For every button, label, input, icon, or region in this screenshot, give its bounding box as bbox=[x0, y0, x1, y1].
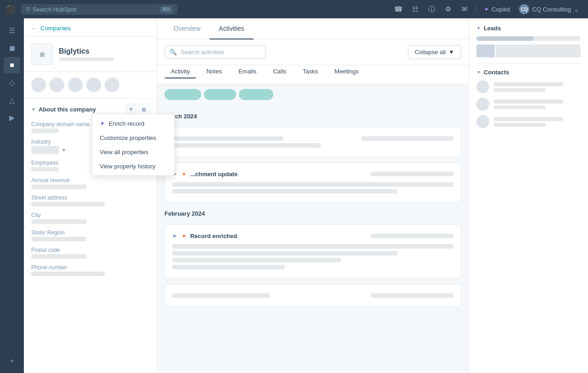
property-value-postal bbox=[31, 254, 86, 259]
contact-info-3 bbox=[494, 117, 581, 127]
contact-avatar-3 bbox=[476, 115, 489, 128]
avatar: CQ bbox=[519, 4, 529, 14]
notifications-icon[interactable]: ✉ bbox=[458, 2, 472, 17]
property-value-employees bbox=[31, 167, 59, 172]
phone-icon[interactable]: ☎ bbox=[391, 2, 406, 17]
search-icon: ⚲ bbox=[26, 6, 30, 12]
sidebar-item-reports[interactable]: ▶ bbox=[4, 109, 20, 126]
view-all-properties-item[interactable]: View all properties bbox=[92, 145, 174, 159]
tab-activities[interactable]: Activities bbox=[209, 18, 253, 39]
contact-avatar-1 bbox=[476, 80, 489, 93]
avatar-5 bbox=[105, 78, 119, 92]
filter-pills bbox=[157, 84, 469, 104]
sidebar-item-home[interactable]: ☰ bbox=[4, 22, 20, 39]
contact-row-1 bbox=[476, 80, 581, 93]
company-name: Biglytics bbox=[59, 47, 114, 56]
feed-card-march bbox=[164, 127, 461, 157]
avatar-4 bbox=[86, 78, 101, 92]
enrichment-update-title: ...chment update bbox=[190, 171, 237, 178]
feed-card-header: ► ✦ ...chment update bbox=[172, 169, 453, 178]
property-value-phone bbox=[31, 272, 105, 276]
sidebar-item-marketing[interactable]: ◇ bbox=[4, 74, 20, 91]
sidebar-item-sales[interactable]: △ bbox=[4, 92, 20, 108]
sub-tab-calls[interactable]: Calls bbox=[266, 65, 293, 78]
industry-chevron-icon[interactable]: ▼ bbox=[62, 148, 66, 153]
skeleton-line bbox=[172, 293, 270, 298]
collapse-all-label: Collapse all bbox=[415, 49, 446, 56]
section-controls: ▼ ▦ bbox=[125, 104, 149, 115]
help-icon[interactable]: ⓘ bbox=[424, 2, 439, 17]
keyboard-shortcut-badge: ⌘K bbox=[160, 6, 173, 13]
view-all-properties-label: View all properties bbox=[100, 149, 148, 156]
edit-properties-button[interactable]: ▼ bbox=[125, 104, 136, 115]
skeleton-meta bbox=[371, 172, 453, 176]
property-state: State/ Region bbox=[24, 227, 157, 244]
collapse-all-button[interactable]: Collapse all ▼ bbox=[408, 45, 461, 59]
global-search-box[interactable]: ⚲ ⌘K bbox=[21, 4, 177, 15]
topnav: ⚫ ⚲ ⌘K ☎ ☷ ⓘ ⚙ ✉ ✦ Copilot CQ CQ Consult… bbox=[0, 0, 588, 18]
tab-overview[interactable]: Overview bbox=[164, 18, 209, 39]
sidebar-item-dashboard[interactable]: ◼ bbox=[4, 39, 20, 56]
expand-properties-button[interactable]: ▦ bbox=[138, 104, 149, 115]
filter-pill-1[interactable] bbox=[164, 89, 201, 100]
contact-row-2 bbox=[476, 98, 581, 111]
skeleton-line bbox=[362, 136, 453, 141]
breadcrumb-link[interactable]: Companies bbox=[40, 25, 71, 32]
simple-card-content bbox=[172, 291, 367, 300]
chevron-down-icon: ▼ bbox=[448, 49, 454, 56]
skeleton-line bbox=[172, 143, 321, 148]
feed-card-header-enriched: ► ✦ Record enriched bbox=[172, 231, 453, 240]
grid-icon[interactable]: ☷ bbox=[408, 2, 423, 17]
sub-tab-emails[interactable]: Emails bbox=[232, 65, 263, 78]
property-phone: Phone number bbox=[24, 262, 157, 279]
chevron-down-icon: ▼ bbox=[31, 107, 36, 112]
about-section-title[interactable]: ▼ About this company bbox=[31, 106, 96, 113]
enrich-star-icon: ✦ bbox=[100, 120, 105, 127]
avatar-2 bbox=[50, 78, 64, 92]
contact-avatar-2 bbox=[476, 98, 489, 111]
simple-card-meta bbox=[371, 291, 453, 300]
skeleton-line bbox=[172, 182, 453, 187]
sub-tab-tasks[interactable]: Tasks bbox=[296, 65, 324, 78]
back-arrow-icon[interactable]: ← bbox=[31, 25, 37, 32]
sub-tab-meetings[interactable]: Meetings bbox=[328, 65, 365, 78]
activity-feed: March 2024 ► ✦ ...chmen bbox=[157, 104, 469, 314]
leads-label: Leads bbox=[484, 25, 501, 32]
sub-tab-notes[interactable]: Notes bbox=[200, 65, 228, 78]
property-label-phone: Phone number bbox=[31, 264, 149, 271]
global-search-input[interactable] bbox=[33, 6, 157, 13]
sub-tab-activity[interactable]: Activity bbox=[164, 65, 196, 78]
skeleton-line bbox=[172, 265, 285, 269]
contacts-section-title[interactable]: ▼ Contacts bbox=[476, 69, 581, 76]
customize-properties-item[interactable]: Customize properties bbox=[92, 131, 174, 145]
company-header: ■ Biglytics bbox=[24, 37, 157, 72]
copilot-button[interactable]: ✦ Copilot bbox=[480, 4, 514, 15]
property-revenue: Annual revenue bbox=[24, 174, 157, 192]
contacts-label: Contacts bbox=[484, 69, 509, 76]
activity-search-input[interactable] bbox=[181, 49, 260, 56]
sidebar-item-add[interactable]: + bbox=[4, 353, 20, 369]
main-content: Overview Activities 🔍 Collapse all ▼ Act… bbox=[157, 18, 469, 373]
property-city: City bbox=[24, 209, 157, 227]
topnav-divider bbox=[476, 5, 476, 14]
enrichment-icon: ✦ bbox=[181, 171, 187, 178]
filter-pill-2[interactable] bbox=[204, 89, 236, 100]
activity-search-box[interactable]: 🔍 bbox=[164, 45, 266, 59]
contact-role-skeleton-1 bbox=[494, 88, 546, 92]
sidebar-item-contacts[interactable]: ■ bbox=[4, 57, 20, 73]
leads-section-title[interactable]: ▼ Leads bbox=[476, 25, 581, 32]
filter-pill-3[interactable] bbox=[239, 89, 273, 100]
property-value-city bbox=[31, 219, 86, 224]
settings-icon[interactable]: ⚙ bbox=[441, 2, 456, 17]
contacts-divider bbox=[476, 63, 581, 63]
user-menu-button[interactable]: CQ CQ Consulting ⌄ bbox=[515, 2, 582, 16]
leads-bar-1 bbox=[476, 36, 581, 41]
record-enriched-icon: ✦ bbox=[181, 233, 187, 239]
hubspot-logo-icon: ⚫ bbox=[6, 4, 16, 14]
enrich-record-item[interactable]: ✦ Enrich record bbox=[92, 116, 174, 131]
view-property-history-item[interactable]: View property history bbox=[92, 159, 174, 173]
property-label-postal: Postal code bbox=[31, 247, 149, 253]
leads-bar-fill-1 bbox=[476, 36, 534, 41]
expand-enriched-icon[interactable]: ► bbox=[172, 233, 178, 239]
feed-card-simple bbox=[164, 284, 461, 307]
